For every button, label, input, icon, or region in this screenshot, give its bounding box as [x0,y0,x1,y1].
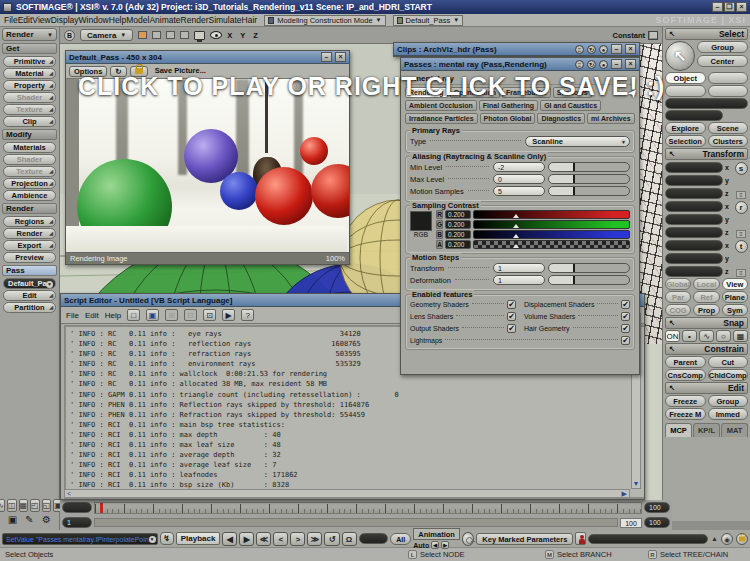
arrow-right-icon[interactable]: ▶ [441,541,449,549]
constrain-header[interactable]: ↖ Constrain [665,343,748,355]
clipboard-icon[interactable]: ⊡ [203,309,216,321]
rotate-z-field[interactable] [665,227,723,238]
rotate-y-field[interactable] [665,214,723,225]
frame-current-field[interactable] [62,502,92,513]
timeline-ruler[interactable] [94,502,642,514]
chldcomp-button[interactable]: ChldComp [708,369,749,381]
tool-button[interactable]: ⚙ [39,514,54,527]
solo-view-icon[interactable] [648,31,658,40]
feature-checkbox[interactable] [507,312,516,321]
passes-tab[interactable]: Photon Global [480,113,536,124]
range-end-field[interactable]: 100 [644,517,670,528]
viewport-b-button[interactable]: B [64,30,75,41]
loop-button[interactable]: ↺ [324,532,339,546]
transform-space-button[interactable]: Local [693,278,719,290]
rendered-image[interactable] [66,79,349,253]
passes-tab[interactable]: Ambient Occlusion [405,100,477,111]
passes-tab[interactable]: Diagnostics [537,113,585,124]
close-button[interactable]: × [335,52,346,62]
menu-item[interactable]: Edit [18,15,33,25]
visibility-eye-icon[interactable] [210,31,222,39]
filter-field[interactable] [665,110,723,121]
render-view-title-bar[interactable]: Default_Pass - 450 x 304 – × [66,51,349,64]
select-tool-button[interactable]: ↖ [665,41,695,71]
sidebar-button[interactable]: Clip [3,116,56,127]
monitor-icon[interactable] [194,31,205,40]
frame-end-field[interactable]: 100 [644,502,670,513]
range-start-field[interactable]: 1 [62,517,92,528]
freeze-m-button[interactable]: Freeze M [665,408,706,420]
parent-button[interactable]: Parent [665,356,706,368]
feature-checkbox[interactable] [621,324,630,333]
reference-button[interactable]: Plane [722,291,748,303]
minimize-button[interactable]: – [321,52,332,62]
primary-rays-type-select[interactable]: Scanline [525,136,630,147]
sidebar-module-select[interactable]: Render ▼ [2,28,57,41]
run-script-icon[interactable]: ▶ [222,309,235,321]
translate-z-field[interactable] [665,266,723,277]
cnscomp-button[interactable]: CnsComp [665,369,706,381]
group-button[interactable]: Group [697,41,748,53]
key-marked-parameters-button[interactable]: Key Marked Parameters [476,533,573,545]
feature-checkbox[interactable] [507,300,516,309]
help-icon[interactable]: ? [241,309,254,321]
mcp-tab[interactable]: MCP [665,423,692,437]
script-menu-edit[interactable]: Edit [85,311,99,320]
layout-preset-button[interactable]: ◰ [30,499,40,512]
new-script-icon[interactable]: □ [127,309,140,321]
value-input[interactable]: 5 [493,186,545,196]
maximize-button[interactable]: ❐ [724,2,735,12]
passes-tab[interactable]: Final Gathering [479,100,538,111]
key-icon[interactable] [462,532,474,546]
rotate-tool-button[interactable]: r [735,201,748,214]
cog-button[interactable]: Prop [693,304,719,316]
key-icon[interactable]: ● [599,60,608,69]
mute-button[interactable]: Ω [342,532,357,546]
translate-lock-icon[interactable]: ≡ [736,269,746,277]
playback-menu-button[interactable]: Playback [176,532,221,545]
close-button[interactable]: × [625,59,636,69]
channel-value-input[interactable]: 0.200 [445,220,471,229]
pass-select[interactable]: Default_Pass ▼ [393,15,464,26]
rotate-lock-icon[interactable]: ≡ [736,230,746,238]
menu-item[interactable]: Model [126,15,149,25]
sidebar-button[interactable]: Shader [3,92,56,103]
snap-header[interactable]: ↖ Snap [665,317,748,329]
sidebar-button[interactable]: Partition [3,302,56,313]
value-input[interactable]: 0 [493,174,545,184]
minimize-button[interactable]: – [712,2,723,12]
layout-preset-button[interactable]: ◱ [42,499,52,512]
channel-value-input[interactable]: 0.200 [445,210,471,219]
value-input[interactable]: 1 [493,263,545,273]
channel-gradient-slider[interactable] [473,210,630,219]
camera-memo-b[interactable] [152,31,161,39]
slider[interactable] [548,174,630,184]
translate-tool-button[interactable]: t [735,240,748,253]
scale-lock-icon[interactable]: ≡ [736,191,746,199]
snap-curve-icon[interactable]: ∿ [699,330,714,342]
snap-point-icon[interactable]: • [682,330,697,342]
menu-item[interactable]: Animate [149,15,180,25]
edit-header[interactable]: ↖ Edit [665,382,748,394]
sidebar-button[interactable]: Projection [3,178,56,189]
mcp-tab[interactable]: MAT [721,423,748,437]
memo-bar[interactable] [588,534,708,544]
menu-item[interactable]: Simulate [208,15,241,25]
sidebar-button[interactable]: Default_Pas [3,278,56,289]
transform-space-button[interactable]: Global [665,278,691,290]
horizontal-scrollbar[interactable]: < ▶ [64,489,630,498]
group-edit-button[interactable]: Group [708,395,749,407]
value-input[interactable]: 1 [493,275,545,285]
menu-item[interactable]: Window [79,15,109,25]
snapshot-icon[interactable]: ◉ [721,533,733,545]
construction-mode-select[interactable]: Modeling Construction Mode ▼ [264,15,385,26]
selection-button[interactable]: Selection [665,135,706,147]
refresh-icon[interactable]: ↻ [587,60,596,69]
transform-header[interactable]: ↖ Transform [665,148,748,160]
save-icon[interactable]: ▣ [146,309,159,321]
translate-y-field[interactable] [665,253,723,264]
close-button[interactable]: × [736,2,747,12]
slider[interactable] [548,263,630,273]
paste-icon[interactable]: ⊟ [184,309,197,321]
recycle-icon[interactable]: ≡ [575,60,584,69]
